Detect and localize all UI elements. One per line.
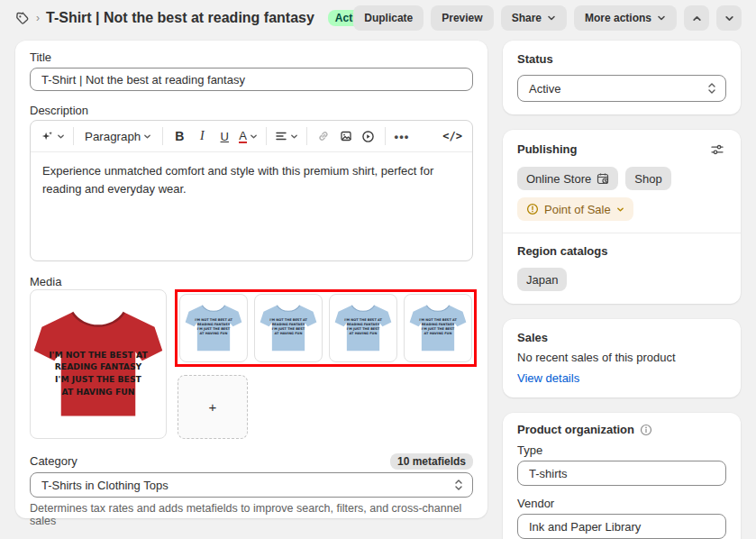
alignment-button[interactable] bbox=[272, 124, 301, 148]
status-select[interactable]: Active bbox=[517, 75, 726, 102]
chevron-down-icon bbox=[547, 14, 556, 23]
chevron-down-icon bbox=[57, 132, 65, 141]
toolbar-divider bbox=[73, 127, 74, 145]
italic-button[interactable]: I bbox=[191, 124, 213, 148]
description-label: Description bbox=[30, 105, 473, 117]
publishing-settings-button[interactable] bbox=[708, 141, 726, 159]
media-thumbnail[interactable]: I'M NOT THE BEST AT READING FANTASY I'M … bbox=[404, 294, 472, 362]
svg-text:I'M JUST THE BEST: I'M JUST THE BEST bbox=[197, 327, 231, 331]
preview-button[interactable]: Preview bbox=[431, 5, 493, 31]
svg-text:I'M JUST THE BEST: I'M JUST THE BEST bbox=[272, 327, 305, 331]
image-icon bbox=[340, 130, 352, 142]
svg-text:READING FANTASY: READING FANTASY bbox=[197, 323, 231, 326]
svg-text:READING FANTASY: READING FANTASY bbox=[55, 361, 142, 371]
view-details-link[interactable]: View details bbox=[517, 371, 579, 385]
red-tshirt-image: I'M NOT THE BEST AT READING FANTASY I'M … bbox=[31, 297, 166, 432]
category-label: Category bbox=[30, 455, 77, 468]
underline-button[interactable]: U bbox=[214, 124, 235, 148]
link-icon bbox=[317, 130, 330, 142]
editor-toolbar: Paragraph B I U A bbox=[31, 121, 472, 152]
product-details-card: Title Description Paragraph B I U A bbox=[15, 41, 487, 518]
category-select[interactable]: T-Shirts in Clothing Tops bbox=[30, 472, 473, 498]
plus-icon: + bbox=[209, 399, 217, 415]
next-product-button[interactable] bbox=[716, 5, 742, 31]
info-icon[interactable] bbox=[640, 424, 652, 436]
tag-icon bbox=[14, 11, 30, 26]
ai-magic-button[interactable] bbox=[38, 124, 68, 148]
sidebar: Status Active Publishing Online Store bbox=[503, 41, 741, 539]
add-media-button[interactable]: + bbox=[178, 375, 248, 439]
insert-video-button[interactable] bbox=[358, 124, 379, 148]
play-circle-icon bbox=[361, 130, 375, 143]
svg-text:I'M NOT THE BEST AT: I'M NOT THE BEST AT bbox=[344, 318, 382, 322]
svg-text:I'M NOT THE BEST AT: I'M NOT THE BEST AT bbox=[269, 318, 307, 322]
sales-card: Sales No recent sales of this product Vi… bbox=[503, 319, 741, 397]
svg-text:I'M NOT THE BEST AT: I'M NOT THE BEST AT bbox=[419, 318, 457, 322]
bold-button[interactable]: B bbox=[169, 124, 190, 148]
page-title: T-Shirt | Not the best at reading fantas… bbox=[46, 10, 314, 26]
share-button[interactable]: Share bbox=[501, 5, 567, 31]
svg-text:I'M NOT THE BEST AT: I'M NOT THE BEST AT bbox=[195, 318, 232, 322]
card-divider bbox=[503, 233, 741, 233]
region-catalogs-heading: Region catalogs bbox=[517, 243, 726, 260]
channel-point-of-sale[interactable]: Point of Sale bbox=[517, 197, 633, 221]
svg-text:I'M NOT THE BEST AT: I'M NOT THE BEST AT bbox=[49, 350, 148, 360]
publishing-card: Publishing Online Store Sh bbox=[503, 130, 741, 304]
media-thumbnail[interactable]: I'M NOT THE BEST AT READING FANTASY I'M … bbox=[179, 294, 248, 362]
blue-tshirt-image: I'M NOT THE BEST AT READING FANTASY I'M … bbox=[333, 298, 393, 358]
align-left-icon bbox=[275, 130, 287, 142]
text-color-button[interactable]: A bbox=[236, 124, 260, 148]
vendor-label: Vendor bbox=[517, 498, 726, 510]
status-card: Status Active bbox=[503, 41, 741, 114]
chevron-down-icon bbox=[250, 132, 258, 141]
breadcrumb-chevron-icon: › bbox=[36, 12, 40, 24]
sliders-icon bbox=[710, 142, 724, 157]
svg-text:I'M JUST THE BEST: I'M JUST THE BEST bbox=[347, 327, 380, 331]
media-thumbnail[interactable]: I'M NOT THE BEST AT READING FANTASY I'M … bbox=[329, 294, 397, 362]
blue-tshirt-image: I'M NOT THE BEST AT READING FANTASY I'M … bbox=[184, 298, 243, 358]
description-textarea[interactable]: Experience unmatched comfort and style w… bbox=[31, 152, 472, 207]
duplicate-button[interactable]: Duplicate bbox=[353, 5, 424, 31]
blue-tshirt-image: I'M NOT THE BEST AT READING FANTASY I'M … bbox=[259, 298, 318, 358]
select-chevrons-icon bbox=[454, 479, 463, 491]
media-main-image[interactable]: I'M NOT THE BEST AT READING FANTASY I'M … bbox=[30, 289, 167, 439]
chevron-down-icon bbox=[290, 132, 298, 141]
media-thumbnail[interactable]: I'M NOT THE BEST AT READING FANTASY I'M … bbox=[254, 294, 323, 362]
more-formatting-button[interactable]: ••• bbox=[391, 124, 413, 148]
chevron-up-icon bbox=[692, 14, 702, 23]
svg-text:I'M JUST THE BEST: I'M JUST THE BEST bbox=[55, 374, 141, 384]
svg-text:READING FANTASY: READING FANTASY bbox=[347, 323, 380, 326]
title-input[interactable] bbox=[30, 68, 473, 91]
region-catalog-japan: Japan bbox=[517, 268, 567, 291]
category-help-text: Determines tax rates and adds metafields… bbox=[30, 502, 473, 527]
svg-text:READING FANTASY: READING FANTASY bbox=[272, 323, 305, 326]
show-html-button[interactable]: </> bbox=[440, 124, 465, 148]
toolbar-divider bbox=[385, 127, 386, 145]
channel-shop: Shop bbox=[625, 167, 670, 190]
svg-text:AT HAVING FUN: AT HAVING FUN bbox=[424, 332, 452, 335]
insert-image-button[interactable] bbox=[335, 124, 357, 148]
type-label: Type bbox=[517, 444, 726, 457]
status-heading: Status bbox=[517, 51, 726, 68]
title-label: Title bbox=[30, 51, 473, 64]
calendar-clock-icon bbox=[597, 172, 609, 185]
product-organization-card: Product organization Type Vendor Collect… bbox=[503, 413, 741, 539]
media-thumbnails: I'M NOT THE BEST AT READING FANTASY I'M … bbox=[175, 289, 477, 439]
description-editor: Paragraph B I U A bbox=[30, 120, 473, 261]
sales-message: No recent sales of this product bbox=[517, 351, 726, 364]
more-actions-button[interactable]: More actions bbox=[574, 5, 677, 31]
svg-text:I'M JUST THE BEST: I'M JUST THE BEST bbox=[422, 327, 455, 331]
vendor-input[interactable] bbox=[517, 514, 726, 539]
topbar-actions: Duplicate Preview Share More actions bbox=[353, 5, 742, 31]
type-input[interactable] bbox=[517, 461, 726, 486]
svg-text:AT HAVING FUN: AT HAVING FUN bbox=[200, 332, 228, 335]
metafields-badge[interactable]: 10 metafields bbox=[390, 453, 473, 470]
chevron-down-icon bbox=[143, 132, 151, 141]
paragraph-style-button[interactable]: Paragraph bbox=[79, 124, 157, 148]
media-label: Media bbox=[30, 276, 473, 288]
toolbar-divider bbox=[306, 127, 307, 145]
previous-product-button[interactable] bbox=[684, 5, 709, 31]
channel-online-store: Online Store bbox=[517, 167, 618, 190]
link-button[interactable] bbox=[313, 124, 334, 148]
svg-text:AT HAVING FUN: AT HAVING FUN bbox=[62, 387, 135, 397]
